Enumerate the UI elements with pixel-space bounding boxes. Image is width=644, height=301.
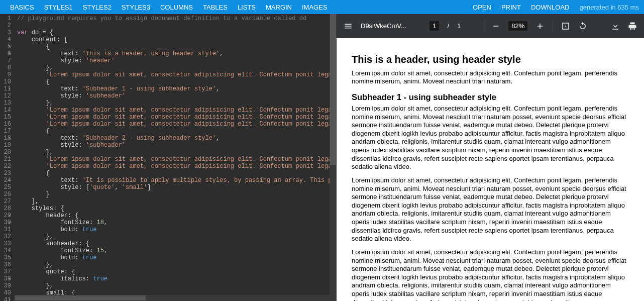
nav-item-margin[interactable]: MARGIN <box>261 4 297 11</box>
nav-item-tables[interactable]: TABLES <box>198 4 233 11</box>
code-line[interactable]: 'Lorem ipsum dolor sit amet, consectetur… <box>17 163 330 170</box>
menu-icon[interactable] <box>344 22 353 31</box>
code-line[interactable]: style: 'subheader' <box>17 92 330 99</box>
doc-paragraph: Lorem ipsum dolor sit amet, consectetur … <box>352 105 629 171</box>
doc-paragraph: Lorem ipsum dolor sit amet, consectetur … <box>352 176 629 243</box>
svg-point-0 <box>565 25 566 26</box>
code-line[interactable]: text: 'This is a header, using header st… <box>17 50 330 57</box>
nav-item-columns[interactable]: COLUMNS <box>155 4 198 11</box>
editor-vertical-scrollbar[interactable] <box>330 14 337 301</box>
line-gutter: 123 ▾4 ▾5 ▾678910 ▾11121314151617 ▾18192… <box>0 14 14 301</box>
page-current[interactable]: 1 <box>430 21 439 31</box>
code-line[interactable]: italics: true <box>17 275 330 282</box>
fit-page-icon[interactable] <box>561 22 570 31</box>
pdf-toolbar: D9siWkeCmV... 1 / 1 82% <box>337 14 644 38</box>
code-line[interactable]: fontSize: 18, <box>17 219 330 226</box>
code-line[interactable]: { <box>17 78 330 85</box>
code-line[interactable]: subheader: { <box>17 240 330 247</box>
code-editor[interactable]: 123 ▾4 ▾5 ▾678910 ▾11121314151617 ▾18192… <box>0 14 337 301</box>
code-line[interactable]: quote: { <box>17 268 330 275</box>
code-area[interactable]: // playground requires you to assign doc… <box>14 14 330 301</box>
code-line[interactable]: { <box>17 43 330 50</box>
code-line[interactable]: var dd = { <box>17 29 330 36</box>
code-line[interactable]: style: 'subheader' <box>17 142 330 149</box>
page-separator: / <box>447 22 449 30</box>
code-line[interactable]: ], <box>17 198 330 205</box>
code-line[interactable]: text: 'It is possible to apply multiple … <box>17 177 330 184</box>
generated-time: generated in 635 ms <box>579 4 639 11</box>
editor-horizontal-scrollbar[interactable] <box>14 295 330 301</box>
code-line[interactable]: content: [ <box>17 36 330 43</box>
code-line[interactable]: { <box>17 128 330 135</box>
download-icon[interactable] <box>611 22 620 31</box>
code-line[interactable]: bold: true <box>17 226 330 233</box>
toolbar-divider <box>483 21 483 32</box>
code-line[interactable]: }, <box>17 64 330 71</box>
code-line[interactable]: }, <box>17 149 330 156</box>
code-line[interactable]: 'Lorem ipsum dolor sit amet, consectetur… <box>17 107 330 114</box>
action-download[interactable]: DOWNLOAD <box>531 4 570 11</box>
code-line[interactable]: }, <box>17 261 330 268</box>
code-line[interactable]: 'Lorem ipsum dolor sit amet, consectetur… <box>17 114 330 121</box>
code-line[interactable]: header: { <box>17 212 330 219</box>
nav-item-basics[interactable]: BASICS <box>5 4 39 11</box>
zoom-out-icon[interactable] <box>491 22 500 31</box>
code-line[interactable]: style: ['quote', 'small'] <box>17 184 330 191</box>
nav-item-images[interactable]: IMAGES <box>297 4 333 11</box>
code-line[interactable]: { <box>17 170 330 177</box>
toolbar-divider <box>553 21 553 32</box>
pdf-viewer: D9siWkeCmV... 1 / 1 82% <box>337 14 644 301</box>
doc-header: This is a header, using header style <box>352 53 629 66</box>
nav-item-styles3[interactable]: STYLES3 <box>117 4 155 11</box>
zoom-in-icon[interactable] <box>535 22 545 31</box>
rotate-icon[interactable] <box>578 22 587 31</box>
code-line[interactable]: }, <box>17 233 330 240</box>
action-print[interactable]: PRINT <box>501 4 521 11</box>
editor-horizontal-thumb[interactable] <box>15 295 146 300</box>
page-total: 1 <box>457 22 461 30</box>
code-line[interactable]: }, <box>17 99 330 107</box>
doc-paragraph: Lorem ipsum dolor sit amet, consectetur … <box>352 69 629 86</box>
code-line[interactable]: text: 'Subheader 2 - using subheader sty… <box>17 135 330 142</box>
doc-paragraph: Lorem ipsum dolor sit amet, consectetur … <box>352 248 629 301</box>
top-toolbar: BASICSSTYLES1STYLES2STYLES3COLUMNSTABLES… <box>0 0 644 14</box>
action-open[interactable]: OPEN <box>473 4 491 11</box>
pdf-filename: D9siWkeCmV... <box>361 22 406 30</box>
code-line[interactable]: styles: { <box>17 205 330 212</box>
nav-item-lists[interactable]: LISTS <box>233 4 261 11</box>
nav-item-styles1[interactable]: STYLES1 <box>39 4 78 11</box>
editor-vertical-thumb[interactable] <box>330 14 336 165</box>
code-line[interactable]: // playground requires you to assign doc… <box>17 15 330 22</box>
code-line[interactable]: 'Lorem ipsum dolor sit amet, consectetur… <box>17 71 330 78</box>
code-line[interactable]: }, <box>17 282 330 289</box>
code-line[interactable]: style: 'header' <box>17 57 330 64</box>
code-line[interactable]: 'Lorem ipsum dolor sit amet, consectetur… <box>17 156 330 163</box>
nav-examples: BASICSSTYLES1STYLES2STYLES3COLUMNSTABLES… <box>5 4 333 11</box>
nav-item-styles2[interactable]: STYLES2 <box>78 4 117 11</box>
code-line[interactable]: 'Lorem ipsum dolor sit amet, consectetur… <box>17 121 330 128</box>
zoom-level[interactable]: 82% <box>508 21 527 31</box>
code-line[interactable]: } <box>17 191 330 198</box>
print-icon[interactable] <box>628 22 637 31</box>
code-line[interactable]: bold: true <box>17 254 330 261</box>
code-line[interactable]: fontSize: 15, <box>17 247 330 254</box>
code-line[interactable] <box>17 22 330 29</box>
code-line[interactable]: text: 'Subheader 1 - using subheader sty… <box>17 85 330 92</box>
doc-subheader: Subheader 1 - using subheader style <box>352 92 629 103</box>
pdf-page[interactable]: This is a header, using header style Lor… <box>337 38 644 301</box>
main-split: 123 ▾4 ▾5 ▾678910 ▾11121314151617 ▾18192… <box>0 14 644 301</box>
nav-actions: OPENPRINTDOWNLOAD generated in 635 ms <box>473 4 639 11</box>
